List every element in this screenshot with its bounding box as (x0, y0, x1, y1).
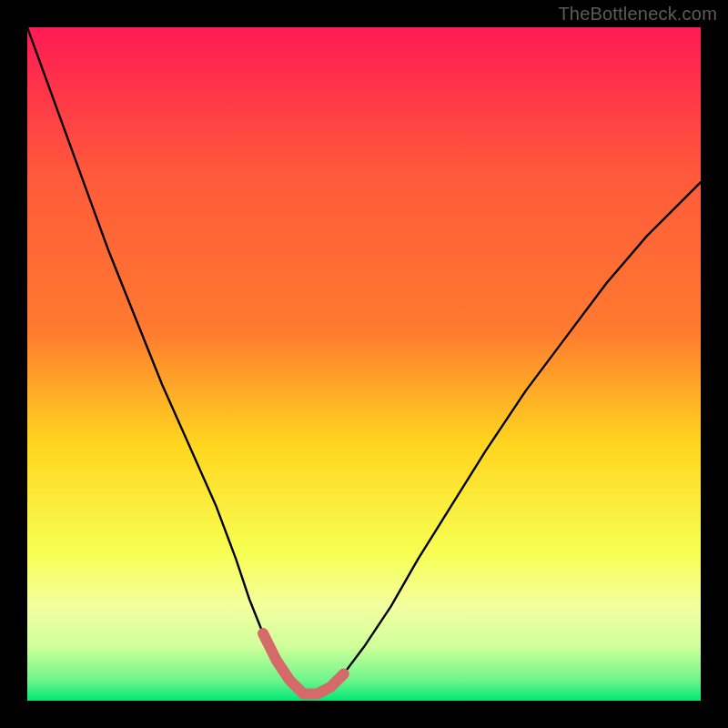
watermark-label: TheBottleneck.com (558, 4, 717, 25)
chart-svg (27, 27, 701, 701)
plot-area (27, 27, 701, 701)
chart-frame: TheBottleneck.com (0, 0, 728, 728)
gradient-background (27, 27, 701, 701)
